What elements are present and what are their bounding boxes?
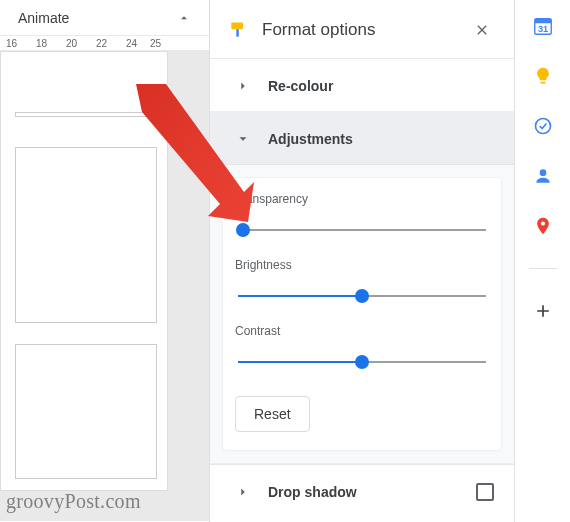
calendar-icon[interactable]: 31 bbox=[531, 14, 555, 38]
brightness-label: Brightness bbox=[235, 258, 489, 272]
maps-icon[interactable] bbox=[531, 214, 555, 238]
contrast-slider-group: Contrast bbox=[235, 324, 489, 372]
chevron-right-icon bbox=[234, 77, 252, 95]
brightness-slider[interactable] bbox=[235, 286, 489, 306]
slider-fill bbox=[238, 361, 365, 363]
tasks-icon[interactable] bbox=[531, 114, 555, 138]
ruler-tick: 16 bbox=[6, 38, 17, 49]
transparency-slider-group: Transparency bbox=[235, 192, 489, 240]
ruler-tick: 25 bbox=[150, 38, 161, 49]
dropshadow-section-header[interactable]: Drop shadow bbox=[210, 464, 514, 517]
contacts-icon[interactable] bbox=[531, 164, 555, 188]
ruler: 16 18 20 22 24 25 bbox=[0, 35, 209, 51]
paint-format-icon bbox=[228, 20, 248, 40]
dropshadow-label: Drop shadow bbox=[268, 484, 460, 500]
ruler-tick: 22 bbox=[96, 38, 107, 49]
slide-placeholder[interactable] bbox=[15, 112, 157, 117]
slider-thumb[interactable] bbox=[236, 223, 250, 237]
svg-point-6 bbox=[539, 169, 546, 176]
format-options-header: Format options bbox=[210, 0, 514, 59]
chevron-right-icon bbox=[234, 483, 252, 501]
adjustments-label: Adjustments bbox=[268, 131, 494, 147]
slide-canvas[interactable] bbox=[0, 51, 168, 491]
chevron-down-icon bbox=[234, 130, 252, 148]
format-options-panel: Format options Re-colour Adjustments Tra… bbox=[210, 0, 514, 522]
chevron-up-icon bbox=[175, 9, 193, 27]
brightness-slider-group: Brightness bbox=[235, 258, 489, 306]
slider-thumb[interactable] bbox=[355, 289, 369, 303]
left-pane: Animate 16 18 20 22 24 25 groovyPost.com bbox=[0, 0, 210, 522]
adjustments-section-header[interactable]: Adjustments bbox=[210, 112, 514, 165]
ruler-tick: 24 bbox=[126, 38, 137, 49]
reset-button[interactable]: Reset bbox=[235, 396, 310, 432]
transparency-slider[interactable] bbox=[235, 220, 489, 240]
adjustments-section: Adjustments Transparency Brightness bbox=[210, 111, 514, 464]
slider-fill bbox=[238, 295, 365, 297]
svg-point-7 bbox=[540, 221, 544, 225]
slider-track bbox=[238, 229, 486, 231]
contrast-label: Contrast bbox=[235, 324, 489, 338]
svg-rect-0 bbox=[231, 23, 243, 30]
recolour-section-header[interactable]: Re-colour bbox=[210, 59, 514, 111]
close-button[interactable] bbox=[468, 16, 496, 44]
divider bbox=[529, 268, 557, 269]
ruler-tick: 18 bbox=[36, 38, 47, 49]
contrast-slider[interactable] bbox=[235, 352, 489, 372]
transparency-label: Transparency bbox=[235, 192, 489, 206]
svg-point-5 bbox=[535, 119, 550, 134]
svg-rect-1 bbox=[236, 29, 239, 36]
dropshadow-checkbox[interactable] bbox=[476, 483, 494, 501]
ruler-tick: 20 bbox=[66, 38, 77, 49]
animate-label: Animate bbox=[18, 10, 69, 26]
watermark: groovyPost.com bbox=[6, 490, 141, 513]
slide-canvas-area[interactable]: groovyPost.com bbox=[0, 51, 209, 521]
svg-rect-3 bbox=[534, 19, 551, 24]
adjustments-body: Transparency Brightness bbox=[222, 177, 502, 451]
slide-placeholder[interactable] bbox=[15, 147, 157, 323]
keep-icon[interactable] bbox=[531, 64, 555, 88]
recolour-label: Re-colour bbox=[268, 78, 494, 94]
svg-text:31: 31 bbox=[537, 24, 547, 34]
animate-section-header[interactable]: Animate bbox=[0, 0, 209, 35]
slider-thumb[interactable] bbox=[355, 355, 369, 369]
add-on-button[interactable] bbox=[531, 299, 555, 323]
slide-placeholder[interactable] bbox=[15, 344, 157, 479]
format-options-title: Format options bbox=[262, 20, 454, 40]
right-side-panel: 31 bbox=[514, 0, 570, 522]
